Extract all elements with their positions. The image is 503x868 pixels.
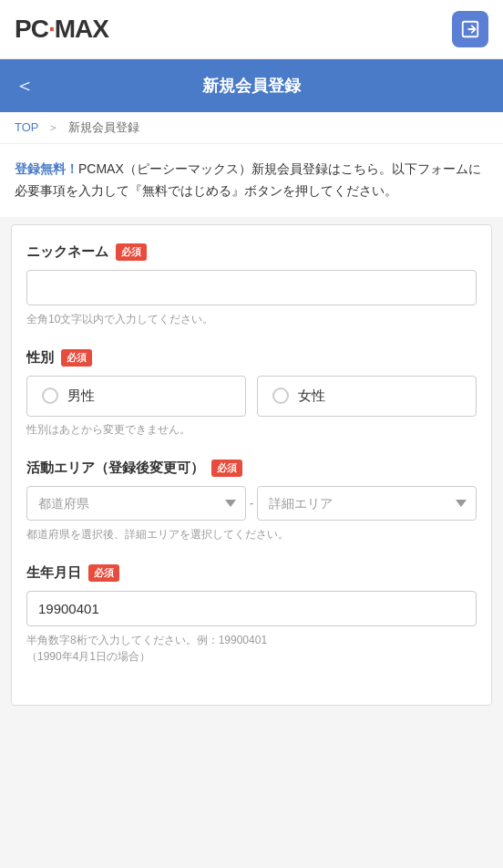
area-separator: - — [250, 496, 254, 511]
gender-male-radio[interactable] — [42, 388, 58, 404]
prefecture-select[interactable]: 都道府県 — [26, 486, 246, 521]
birthdate-label-text: 生年月日 — [26, 564, 81, 582]
gender-label: 性別 必須 — [26, 349, 477, 367]
area-selects: 都道府県 - 詳細エリア — [26, 486, 477, 521]
birthdate-input[interactable] — [26, 591, 477, 626]
area-label-text: 活動エリア（登録後変更可） — [26, 460, 204, 477]
gender-label-text: 性別 — [26, 349, 54, 367]
back-button[interactable]: ＜ — [15, 72, 35, 99]
breadcrumb-top-link[interactable]: TOP — [15, 120, 38, 134]
area-hint: 都道府県を選択後、詳細エリアを選択してください。 — [26, 526, 477, 542]
top-header: PC·MAX — [0, 0, 503, 59]
logo-text: PC·MAX — [15, 15, 108, 44]
nickname-hint: 全角10文字以内で入力してください。 — [26, 311, 477, 327]
logo-dot: · — [48, 15, 55, 43]
area-field-group: 活動エリア（登録後変更可） 必須 都道府県 - 詳細エリア 都道府県を選択後、詳… — [26, 460, 477, 542]
page-title: 新規会員登録 — [49, 75, 454, 97]
intro-body: PCMAX（ピーシーマックス）新規会員登録はこちら。以下フォームに必要事項を入力… — [15, 161, 481, 198]
gender-field-group: 性別 必須 男性 女性 性別はあとから変更できません。 — [26, 349, 477, 438]
nav-header: ＜ 新規会員登録 — [0, 59, 503, 112]
birthdate-field-group: 生年月日 必須 半角数字8桁で入力してください。例：19900401（1990年… — [26, 564, 477, 665]
area-label: 活動エリア（登録後変更可） 必須 — [26, 460, 477, 477]
login-icon-button[interactable] — [452, 11, 488, 47]
breadcrumb: TOP ＞ 新規会員登録 — [0, 112, 503, 144]
gender-female-radio[interactable] — [272, 388, 289, 404]
gender-required-badge: 必須 — [61, 349, 92, 367]
birthdate-required-badge: 必須 — [88, 564, 119, 582]
nickname-label: ニックネーム 必須 — [26, 243, 477, 261]
birthdate-label: 生年月日 必須 — [26, 564, 477, 582]
registration-form: ニックネーム 必須 全角10文字以内で入力してください。 性別 必須 男性 女性… — [11, 224, 492, 706]
birthdate-hint: 半角数字8桁で入力してください。例：19900401（1990年4月1日の場合） — [26, 632, 477, 665]
nickname-required-badge: 必須 — [116, 243, 147, 261]
intro-section: 登録無料！PCMAX（ピーシーマックス）新規会員登録はこちら。以下フォームに必要… — [0, 144, 503, 217]
gender-options: 男性 女性 — [26, 376, 477, 417]
gender-male-label: 男性 — [67, 388, 95, 405]
nickname-input[interactable] — [26, 270, 477, 305]
area-required-badge: 必須 — [211, 460, 242, 477]
nickname-label-text: ニックネーム — [26, 243, 108, 261]
breadcrumb-separator: ＞ — [47, 120, 59, 134]
gender-female-option[interactable]: 女性 — [257, 376, 477, 417]
gender-female-label: 女性 — [298, 388, 325, 405]
logo: PC·MAX — [15, 15, 108, 44]
intro-highlight: 登録無料！ — [15, 161, 78, 176]
breadcrumb-current: 新規会員登録 — [68, 120, 139, 134]
nickname-field-group: ニックネーム 必須 全角10文字以内で入力してください。 — [26, 243, 477, 327]
detail-area-select[interactable]: 詳細エリア — [257, 486, 477, 521]
gender-male-option[interactable]: 男性 — [26, 376, 246, 417]
gender-note: 性別はあとから変更できません。 — [26, 422, 477, 438]
